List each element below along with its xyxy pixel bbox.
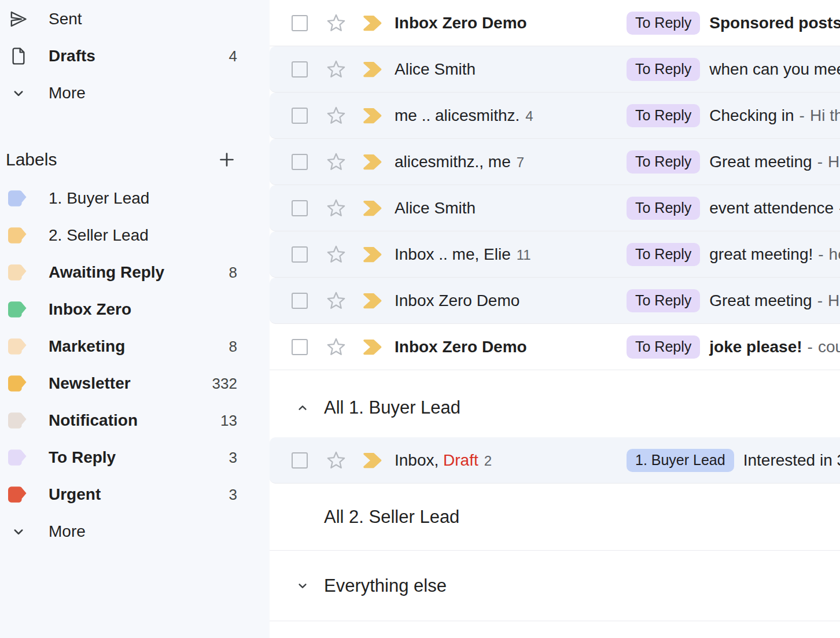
email-list: Inbox Zero Demo To Reply Sponsored posts… [270,0,840,638]
star-icon[interactable] [326,60,346,79]
importance-marker-icon[interactable] [362,452,383,469]
select-checkbox[interactable] [292,15,308,31]
email-row[interactable]: alicesmithz., me7 To Reply Great meeting… [270,139,840,185]
chevron-up-icon[interactable] [295,400,310,415]
select-checkbox[interactable] [292,246,308,263]
select-checkbox[interactable] [292,108,308,124]
star-icon[interactable] [326,451,346,470]
label-badge[interactable]: To Reply [627,12,700,35]
send-icon [8,9,29,29]
select-checkbox[interactable] [292,452,308,469]
star-icon[interactable] [326,291,346,311]
label-badge[interactable]: To Reply [627,197,700,220]
label-name: Marketing [49,337,229,356]
sidebar-item-label: Sent [49,10,237,28]
importance-marker-icon[interactable] [362,293,383,309]
importance-marker-icon[interactable] [362,154,383,170]
sidebar-label-seller-lead[interactable]: 2. Seller Lead [0,217,270,254]
sidebar-item-sent[interactable]: Sent [0,1,270,38]
email-row[interactable]: Inbox, Draft2 1. Buyer Lead Interested i… [270,437,840,484]
select-checkbox[interactable] [292,154,308,170]
star-icon[interactable] [326,152,346,172]
unread-count: 3 [229,486,237,504]
snippet: Hey [828,292,840,310]
label-tag-icon [6,337,29,356]
star-icon[interactable] [326,245,346,264]
sidebar-label-marketing[interactable]: Marketing 8 [0,328,270,365]
snippet: could [818,338,840,356]
select-checkbox[interactable] [292,339,308,355]
email-row[interactable]: Inbox Zero Demo To Reply Great meeting -… [270,278,840,324]
section-header-buyer-lead[interactable]: All 1. Buyer Lead [270,370,840,437]
sender: Inbox .. me, Elie11 [395,245,627,264]
unread-count: 8 [229,338,237,356]
star-icon[interactable] [326,198,346,218]
importance-marker-icon[interactable] [362,108,383,124]
labels-title: Labels [6,150,215,169]
select-checkbox[interactable] [292,293,308,309]
sidebar-label-to-reply[interactable]: To Reply 3 [0,439,270,476]
label-tag-icon [6,411,29,430]
thread-count: 11 [517,247,531,263]
subject: event attendence [709,199,834,217]
importance-marker-icon[interactable] [362,200,383,216]
star-icon[interactable] [326,13,346,33]
snippet: Hi ther [810,106,840,125]
thread-count: 7 [517,154,524,170]
section-title: All 1. Buyer Lead [324,397,460,418]
subject: Sponsored posts [709,14,840,32]
sender: Inbox Zero Demo [395,14,627,32]
email-row[interactable]: Alice Smith To Reply event attendence - … [270,185,840,231]
label-badge[interactable]: To Reply [627,335,700,359]
importance-marker-icon[interactable] [362,339,383,355]
label-name: To Reply [49,448,229,467]
sidebar-item-label: More [49,522,237,541]
email-row[interactable]: Alice Smith To Reply when can you meet [270,46,840,93]
sender: me .. alicesmithz.4 [395,106,627,125]
unread-count: 13 [220,412,237,430]
email-row[interactable]: Inbox Zero Demo To Reply joke please! - … [270,324,840,370]
section-title: Everything else [324,576,447,596]
label-tag-icon [6,263,29,282]
label-badge[interactable]: To Reply [627,58,700,81]
create-label-button[interactable] [215,148,238,171]
label-badge[interactable]: To Reply [627,150,700,174]
sidebar-item-more[interactable]: More [0,75,270,112]
select-checkbox[interactable] [292,61,308,78]
importance-marker-icon[interactable] [362,246,383,263]
importance-marker-icon[interactable] [362,61,383,78]
email-row[interactable]: Inbox Zero Demo To Reply Sponsored posts… [270,0,840,46]
label-tag-icon [6,448,29,467]
chevron-down-icon [8,521,29,542]
subject: when can you meet [709,60,840,79]
sender: Inbox Zero Demo [395,292,627,310]
label-badge[interactable]: To Reply [627,243,700,266]
importance-marker-icon[interactable] [362,15,383,31]
label-badge[interactable]: 1. Buyer Lead [627,449,734,472]
sidebar-label-awaiting-reply[interactable]: Awaiting Reply 8 [0,254,270,291]
sidebar-label-notification[interactable]: Notification 13 [0,402,270,439]
sidebar-label-urgent[interactable]: Urgent 3 [0,476,270,513]
sidebar-label-buyer-lead[interactable]: 1. Buyer Lead [0,180,270,217]
section-header-seller-lead[interactable]: All 2. Seller Lead [270,484,840,551]
unread-count: 3 [229,449,237,467]
star-icon[interactable] [326,337,346,357]
label-badge[interactable]: To Reply [627,289,700,312]
snippet: hey [829,245,840,264]
chevron-down-icon[interactable] [295,578,310,593]
sidebar-item-drafts[interactable]: Drafts 4 [0,38,270,75]
sidebar: Sent Drafts 4 More Labels 1. Buyer Lead … [0,0,270,638]
star-icon[interactable] [326,106,346,126]
email-row[interactable]: Inbox .. me, Elie11 To Reply great meeti… [270,231,840,278]
select-checkbox[interactable] [292,200,308,216]
sidebar-labels-more[interactable]: More [0,513,270,550]
email-row[interactable]: me .. alicesmithz.4 To Reply Checking in… [270,93,840,139]
sidebar-label-newsletter[interactable]: Newsletter 332 [0,365,270,402]
sender: alicesmithz., me7 [395,153,627,171]
sender: Alice Smith [395,199,627,217]
subject: Interested in 3-b [743,451,840,470]
sidebar-item-label: More [49,84,237,102]
label-badge[interactable]: To Reply [627,104,700,127]
section-header-everything-else[interactable]: Everything else [270,551,840,621]
sidebar-label-inbox-zero[interactable]: Inbox Zero [0,291,270,328]
